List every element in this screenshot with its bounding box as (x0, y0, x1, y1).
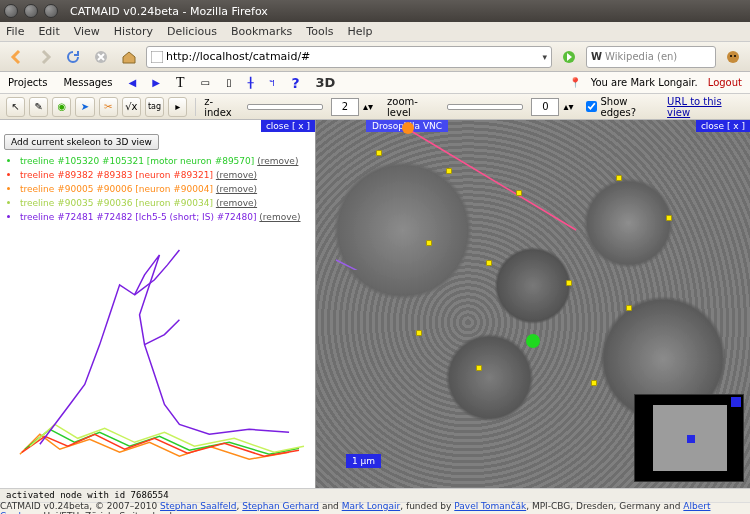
tree-item: treeline #72481 #72482 [lch5-5 (short; I… (20, 210, 307, 224)
url-dropdown-icon[interactable]: ▾ (542, 52, 547, 62)
pencil-tool[interactable]: ✎ (29, 97, 48, 117)
tree-label: treeline #90005 #90006 [neuron #90004] (20, 184, 213, 194)
orange-node-icon (402, 122, 414, 134)
stop-button[interactable] (90, 46, 112, 68)
text-tool-icon[interactable]: T (176, 75, 185, 91)
node-marker (376, 150, 382, 156)
go-button[interactable] (558, 46, 580, 68)
zindex-stepper-icon[interactable]: ▴▾ (363, 101, 373, 112)
zindex-slider[interactable] (247, 104, 323, 110)
add-skeleton-button[interactable]: Add current skeleon to 3D view (4, 134, 159, 150)
zoom-value[interactable] (531, 98, 559, 116)
app-nav: Projects Messages ◀ ▶ T ▭ ▯ ╂ ฯ ? 3D 📍 Y… (0, 72, 750, 94)
left-panel: close [ x ] Add current skeleon to 3D vi… (0, 120, 316, 488)
minimap-viewport-icon (687, 435, 695, 443)
tree-item: treeline #89382 #89383 [neuron #89321] (… (20, 168, 307, 182)
menu-file[interactable]: File (6, 25, 24, 38)
monkey-icon[interactable] (722, 46, 744, 68)
tree-item: treeline #90035 #90036 [neuron #90034] (… (20, 196, 307, 210)
3d-button[interactable]: 3D (316, 75, 336, 90)
image-panel[interactable]: close [ x ] Drosophila VNC 1 µm (316, 120, 750, 488)
page-icon (151, 51, 163, 63)
url-input[interactable] (166, 50, 542, 63)
layers-icon[interactable]: ▯ (226, 77, 232, 88)
footer-link-longair[interactable]: Mark Longair (342, 501, 401, 511)
search-placeholder: Wikipedia (en) (605, 51, 677, 62)
url-bar[interactable]: ▾ (146, 46, 552, 68)
window-title: CATMAID v0.24beta - Mozilla Firefox (70, 5, 268, 18)
node-marker (476, 365, 482, 371)
node-marker (516, 190, 522, 196)
remove-link[interactable]: (remove) (216, 198, 257, 208)
node-marker (626, 305, 632, 311)
tree-label: treeline #72481 #72482 [lch5-5 (short; I… (20, 212, 256, 222)
add-node-tool[interactable]: ◉ (52, 97, 71, 117)
messages-link[interactable]: Messages (63, 77, 112, 88)
window-minimize-icon[interactable] (24, 4, 38, 18)
zoom-slider[interactable] (447, 104, 523, 110)
window-titlebar: CATMAID v0.24beta - Mozilla Firefox (0, 0, 750, 22)
zoom-label: zoom-level (387, 96, 439, 118)
tree-item: treeline #105320 #105321 [motor neuron #… (20, 154, 307, 168)
menu-bookmarks[interactable]: Bookmarks (231, 25, 292, 38)
minimap[interactable] (634, 394, 744, 482)
window-maximize-icon[interactable] (44, 4, 58, 18)
menubar: File Edit View History Delicious Bookmar… (0, 22, 750, 42)
remove-link[interactable]: (remove) (257, 156, 298, 166)
pointer-tool[interactable]: ↖ (6, 97, 25, 117)
logout-link[interactable]: Logout (708, 77, 742, 88)
separator (195, 98, 196, 116)
footer-link-saalfeld[interactable]: Stephan Saalfeld (160, 501, 236, 511)
toolbar: ↖ ✎ ◉ ➤ ✂ √x tag ▸ z-index ▴▾ zoom-level… (0, 94, 750, 120)
tag-tool[interactable]: tag (145, 97, 164, 117)
nav-right-icon[interactable]: ▶ (152, 77, 160, 88)
scale-bar: 1 µm (346, 454, 381, 468)
show-edges-label: Show edges? (601, 96, 664, 118)
back-button[interactable] (6, 46, 28, 68)
remove-link[interactable]: (remove) (259, 212, 300, 222)
sqrt-tool[interactable]: √x (122, 97, 141, 117)
window-close-icon[interactable] (4, 4, 18, 18)
svg-line-7 (336, 260, 496, 270)
right-close-button[interactable]: close [ x ] (696, 120, 750, 132)
forward-button[interactable] (34, 46, 56, 68)
cut-tool[interactable]: ✂ (99, 97, 118, 117)
url-to-view-link[interactable]: URL to this view (667, 96, 744, 118)
menu-delicious[interactable]: Delicious (167, 25, 217, 38)
menu-edit[interactable]: Edit (38, 25, 59, 38)
svg-point-5 (734, 55, 736, 57)
menu-help[interactable]: Help (347, 25, 372, 38)
projects-link[interactable]: Projects (8, 77, 47, 88)
help-icon[interactable]: ? (291, 75, 299, 91)
zindex-value[interactable] (331, 98, 359, 116)
grid-icon[interactable]: ╂ (247, 77, 253, 88)
left-close-button[interactable]: close [ x ] (261, 120, 315, 132)
link-tool[interactable]: ➤ (75, 97, 94, 117)
more-tool[interactable]: ▸ (168, 97, 187, 117)
show-edges-checkbox[interactable] (586, 101, 597, 112)
zoom-stepper-icon[interactable]: ▴▾ (563, 101, 573, 112)
minimap-toggle-icon[interactable] (731, 397, 741, 407)
footer-link-gerhard[interactable]: Stephan Gerhard (242, 501, 319, 511)
remove-link[interactable]: (remove) (216, 170, 257, 180)
remove-link[interactable]: (remove) (216, 184, 257, 194)
node-marker (416, 330, 422, 336)
wikipedia-icon: W (591, 51, 602, 62)
reload-button[interactable] (62, 46, 84, 68)
footer-link-tomancak[interactable]: Pavel Tomančák (454, 501, 526, 511)
node-marker (666, 215, 672, 221)
overlay-lines (316, 120, 616, 270)
menu-view[interactable]: View (74, 25, 100, 38)
tree-icon[interactable]: ฯ (269, 75, 275, 90)
pin-icon[interactable]: 📍 (569, 77, 581, 88)
node-marker (616, 175, 622, 181)
menu-history[interactable]: History (114, 25, 153, 38)
menu-tools[interactable]: Tools (306, 25, 333, 38)
crop-tool-icon[interactable]: ▭ (200, 77, 209, 88)
workspace: close [ x ] Add current skeleon to 3D vi… (0, 120, 750, 488)
search-box[interactable]: W Wikipedia (en) (586, 46, 716, 68)
browser-toolbar: ▾ W Wikipedia (en) (0, 42, 750, 72)
home-button[interactable] (118, 46, 140, 68)
nav-left-icon[interactable]: ◀ (128, 77, 136, 88)
svg-line-6 (406, 128, 576, 230)
